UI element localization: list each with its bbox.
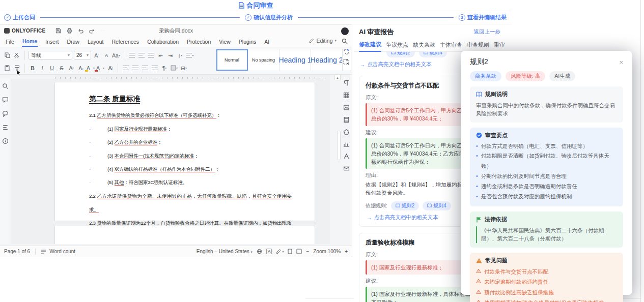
editing-mode-dropdown[interactable]: Editing ▾ [309,38,337,44]
headerfooter-settings-icon[interactable] [343,116,350,123]
increase-font-icon[interactable]: Aˆ [93,51,101,59]
menu-tab-layout[interactable]: Layout [87,37,104,46]
sort-icon[interactable]: ▾ [186,51,194,59]
set-language-globe-icon[interactable] [257,249,262,254]
menu-tab-protection[interactable]: Protection [186,37,211,46]
back-to-previous-step-link[interactable]: 返回上一步 [474,28,501,36]
rule-pill[interactable]: 规则2 [386,52,415,57]
more-icon[interactable] [99,27,108,35]
copy-icon[interactable] [3,51,11,59]
zoom-out-button[interactable]: − [306,249,309,254]
close-icon[interactable]: × [619,59,623,66]
fit-width-icon[interactable] [296,249,302,254]
menu-tab-view[interactable]: View [218,37,231,46]
align-center-icon[interactable] [131,64,139,72]
menu-tab-plugins[interactable]: Plugins [238,37,257,46]
image-settings-icon[interactable] [343,104,350,111]
scrollbar-thumb[interactable] [337,131,341,160]
user-avatar[interactable] [341,27,349,35]
chat-icon[interactable] [2,110,9,117]
clear-style-icon[interactable]: A⃠ [106,64,114,72]
style-heading-1[interactable]: Heading 1 [279,49,311,71]
document-page-1[interactable]: 第二条 质量标准2.1 乙方所供货物的质量必须符合以下标准（可多选或补充）：·(… [55,82,315,221]
undo-icon[interactable] [76,27,86,35]
bullets-icon[interactable] [128,51,136,59]
font-name-select[interactable]: 等线▾ [29,51,72,59]
ai-tab-争议焦点[interactable]: 争议焦点 [386,39,408,51]
decrease-indent-icon[interactable]: ⇤ [157,51,165,59]
change-case-icon[interactable]: Aa▾ [112,51,120,59]
table-settings-icon[interactable] [343,92,350,99]
comments-icon[interactable] [2,97,9,103]
navigation-icon[interactable] [2,124,9,131]
highlight-color-icon[interactable]: A▾ [87,64,95,72]
textart-settings-icon[interactable] [343,153,350,160]
ai-tab-审查规则[interactable]: 审查规则 [467,39,489,51]
horizontal-ruler[interactable] [55,75,330,79]
stepper-step-1[interactable]: ✓上传合同 [4,14,35,21]
page-indicator[interactable]: Page 1 of 6 [4,249,30,254]
menu-tab-references[interactable]: References [111,37,139,46]
chart-settings-icon[interactable] [343,141,350,147]
style-no-spacing[interactable]: No spacing [248,49,279,71]
ai-tab-主体审查[interactable]: 主体审查 [440,39,462,51]
scroll-up-button[interactable]: ▴ [334,75,341,80]
style-normal[interactable]: Normal [216,49,248,71]
paste-icon[interactable] [3,64,11,72]
stepper-step-3[interactable]: 3查看并编辑结果 [459,14,507,21]
nonprinting-chars-icon[interactable]: ¶▾ [160,64,169,72]
align-justify-icon[interactable] [151,64,159,72]
rule-pill[interactable]: 规则2 [391,201,419,210]
menu-tab-file[interactable]: File [5,37,15,46]
menu-tab-ai[interactable]: AI [264,37,270,46]
document-page-2[interactable] [55,226,315,244]
style-heading-2[interactable]: Heading 2 [311,49,343,71]
select-all-icon[interactable] [343,59,350,66]
ai-tab-重审[interactable]: 重审 [494,39,505,51]
zoom-in-button[interactable]: + [345,249,348,254]
paste-style-icon[interactable] [13,51,21,59]
about-icon[interactable] [2,138,9,144]
borders-icon[interactable]: ⊞▾ [180,64,188,72]
font-size-select[interactable]: 26▾ [74,51,91,59]
align-left-icon[interactable] [122,64,130,72]
stepper-step-2[interactable]: ✓确认信息并分析 [245,14,293,21]
font-color-icon[interactable]: A▾ [96,64,104,72]
zoom-level[interactable]: Zoom 100% [313,249,341,254]
mailmerge-icon[interactable] [343,165,350,172]
rule-pill[interactable]: 规则4 [423,201,451,210]
decrease-font-icon[interactable]: A [102,51,110,59]
italic-icon[interactable]: I [38,64,46,72]
spellcheck-toggle[interactable]: A [266,249,272,254]
document-canvas[interactable]: 第二条 质量标准2.1 乙方所供货物的质量必须符合以下标准（可多选或补充）：·(… [11,79,330,244]
word-count-label[interactable]: Word count [49,249,75,254]
shading-icon[interactable]: ▾ [170,64,178,72]
ai-tab-修改建议[interactable]: 修改建议 [359,38,381,52]
language-select[interactable]: English – United States ▾ [197,249,253,254]
replace-icon[interactable] [343,48,350,55]
rule-pill[interactable]: 规则4 [419,52,447,57]
multilevel-list-icon[interactable] [147,51,155,59]
save-icon[interactable] [54,27,63,35]
menu-tab-home[interactable]: Home [22,37,38,47]
numbering-icon[interactable] [137,51,146,59]
paragraph-settings-icon[interactable] [343,80,350,86]
ai-tab-缺失条款[interactable]: 缺失条款 [413,39,435,51]
strikeout-icon[interactable]: S [58,64,66,72]
shape-settings-icon[interactable] [343,129,350,135]
subscript-icon[interactable]: A₂ [77,64,85,72]
search-icon[interactable] [2,83,9,89]
line-spacing-icon[interactable]: ↕▾ [176,51,184,59]
print-icon[interactable] [65,27,74,35]
underline-icon[interactable]: U [48,64,56,72]
menu-tab-draw[interactable]: Draw [66,37,80,46]
bold-icon[interactable]: B [29,64,37,72]
align-right-icon[interactable] [141,64,149,72]
track-changes-icon[interactable]: ▾ [276,249,284,254]
superscript-icon[interactable]: A² [67,64,75,72]
menu-tab-collaboration[interactable]: Collaboration [147,37,179,46]
redo-icon[interactable] [88,27,97,35]
increase-indent-icon[interactable]: ⇥ [166,51,175,59]
fit-page-icon[interactable] [288,249,292,254]
menu-tab-insert[interactable]: Insert [45,37,59,46]
